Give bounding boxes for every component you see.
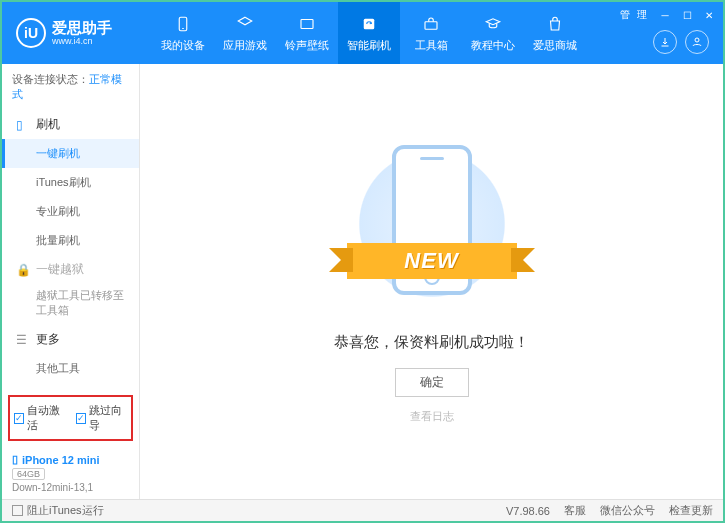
device-panel[interactable]: ▯iPhone 12 mini 64GB Down-12mini-13,1	[2, 447, 139, 499]
nav-store[interactable]: 爱思商城	[524, 2, 586, 64]
section-label: 一键越狱	[36, 261, 84, 278]
nav-smart-flash[interactable]: 智能刷机	[338, 2, 400, 64]
toolbox-icon	[421, 14, 441, 34]
nav-apps-games[interactable]: 应用游戏	[214, 2, 276, 64]
device-storage: 64GB	[12, 468, 45, 480]
nav-ringtone-wallpaper[interactable]: 铃声壁纸	[276, 2, 338, 64]
sidebar-item-pro-flash[interactable]: 专业刷机	[2, 197, 139, 226]
flash-options: ✓自动激活 ✓跳过向导	[8, 395, 133, 441]
nav-label: 我的设备	[161, 38, 205, 53]
sidebar-item-download-firmware[interactable]: 下载固件	[2, 383, 139, 389]
nav-label: 铃声壁纸	[285, 38, 329, 53]
confirm-button[interactable]: 确定	[395, 368, 469, 397]
app-url: www.i4.cn	[52, 36, 112, 46]
logo-icon: iU	[16, 18, 46, 48]
section-label: 更多	[36, 331, 60, 348]
status-label: 设备连接状态：	[12, 73, 89, 85]
window-menu[interactable]: 管 理	[620, 8, 649, 22]
section-more[interactable]: ☰更多	[2, 325, 139, 354]
ribbon-text: NEW	[404, 248, 458, 273]
app-header: iU 爱思助手 www.i4.cn 我的设备 应用游戏 铃声壁纸 智能刷机 工具…	[2, 2, 723, 64]
section-label: 刷机	[36, 116, 60, 133]
nav-my-device[interactable]: 我的设备	[152, 2, 214, 64]
svg-point-5	[695, 38, 699, 42]
nav-label: 应用游戏	[223, 38, 267, 53]
download-icon[interactable]	[653, 30, 677, 54]
jailbreak-note: 越狱工具已转移至工具箱	[2, 284, 139, 325]
footer-link-update[interactable]: 检查更新	[669, 503, 713, 518]
check-icon: ✓	[76, 413, 86, 424]
minimize-icon[interactable]: ─	[659, 9, 671, 21]
checkbox-label: 跳过向导	[89, 403, 128, 433]
window-controls: 管 理 ─ ☐ ✕	[620, 8, 715, 22]
svg-rect-4	[425, 21, 437, 29]
device-name: ▯iPhone 12 mini	[12, 453, 129, 466]
close-icon[interactable]: ✕	[703, 9, 715, 21]
app-name: 爱思助手	[52, 20, 112, 37]
apps-icon	[235, 14, 255, 34]
check-icon: ✓	[14, 413, 24, 424]
nav-toolbox[interactable]: 工具箱	[400, 2, 462, 64]
bag-icon	[545, 14, 565, 34]
checkbox-icon	[12, 505, 23, 516]
nav-label: 工具箱	[415, 38, 448, 53]
refresh-icon	[359, 14, 379, 34]
version-label: V7.98.66	[506, 505, 550, 517]
menu-icon: ☰	[16, 333, 30, 347]
checkbox-label: 阻止iTunes运行	[27, 503, 104, 518]
checkbox-label: 自动激活	[27, 403, 66, 433]
phone-icon	[173, 14, 193, 34]
sidebar-item-itunes-flash[interactable]: iTunes刷机	[2, 168, 139, 197]
section-jailbreak[interactable]: 🔒一键越狱	[2, 255, 139, 284]
checkbox-skip-setup[interactable]: ✓跳过向导	[76, 403, 128, 433]
nav-tutorials[interactable]: 教程中心	[462, 2, 524, 64]
sidebar-item-batch-flash[interactable]: 批量刷机	[2, 226, 139, 255]
checkbox-block-itunes[interactable]: 阻止iTunes运行	[12, 503, 104, 518]
main-content: NEW 恭喜您，保资料刷机成功啦！ 确定 查看日志	[140, 64, 723, 499]
logo-area: iU 爱思助手 www.i4.cn	[2, 18, 152, 48]
device-info: Down-12mini-13,1	[12, 482, 129, 493]
view-log-link[interactable]: 查看日志	[410, 409, 454, 424]
checkbox-auto-activate[interactable]: ✓自动激活	[14, 403, 66, 433]
svg-rect-3	[364, 18, 375, 29]
success-message: 恭喜您，保资料刷机成功啦！	[334, 333, 529, 352]
lock-icon: 🔒	[16, 263, 30, 277]
connection-status: 设备连接状态：正常模式	[2, 64, 139, 110]
phone-small-icon: ▯	[16, 118, 30, 132]
nav-label: 智能刷机	[347, 38, 391, 53]
sidebar-item-oneclick-flash[interactable]: 一键刷机	[2, 139, 139, 168]
top-nav: 我的设备 应用游戏 铃声壁纸 智能刷机 工具箱 教程中心 爱思商城	[152, 2, 586, 64]
new-ribbon: NEW	[347, 243, 517, 279]
header-circle-buttons	[653, 30, 709, 54]
nav-label: 爱思商城	[533, 38, 577, 53]
sidebar-item-other-tools[interactable]: 其他工具	[2, 354, 139, 383]
folder-icon	[297, 14, 317, 34]
footer-link-wechat[interactable]: 微信公众号	[600, 503, 655, 518]
footer-link-support[interactable]: 客服	[564, 503, 586, 518]
maximize-icon[interactable]: ☐	[681, 9, 693, 21]
svg-rect-2	[301, 19, 313, 28]
section-flash[interactable]: ▯刷机	[2, 110, 139, 139]
sidebar: 设备连接状态：正常模式 ▯刷机 一键刷机 iTunes刷机 专业刷机 批量刷机 …	[2, 64, 140, 499]
user-icon[interactable]	[685, 30, 709, 54]
graduation-icon	[483, 14, 503, 34]
nav-label: 教程中心	[471, 38, 515, 53]
status-bar-footer: 阻止iTunes运行 V7.98.66 客服 微信公众号 检查更新	[2, 499, 723, 521]
phone-small-icon: ▯	[12, 453, 18, 466]
success-illustration: NEW	[347, 139, 517, 309]
